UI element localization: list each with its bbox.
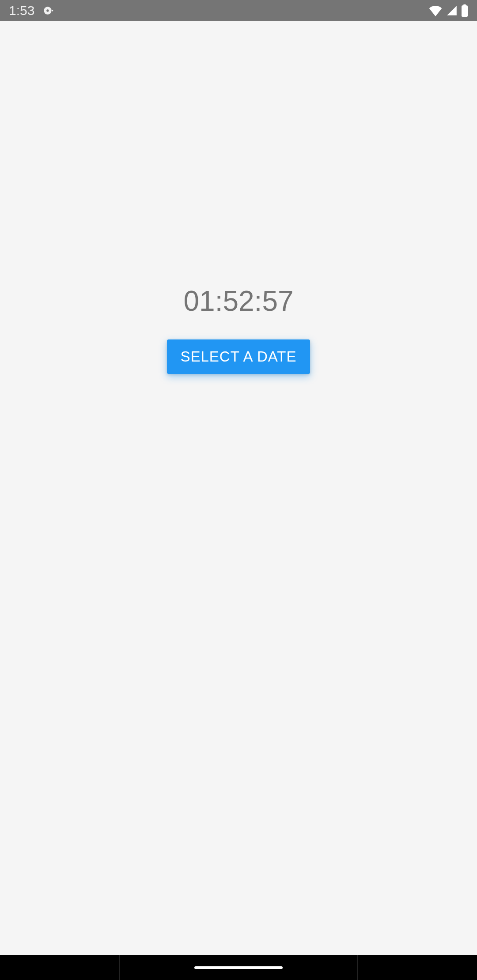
svg-rect-4 [463, 4, 466, 6]
status-left: 1:53 [9, 3, 54, 18]
navigation-bar[interactable] [0, 955, 477, 980]
wifi-icon [428, 5, 443, 16]
svg-rect-3 [462, 5, 468, 17]
status-right [428, 4, 468, 17]
nav-divider [119, 955, 120, 980]
battery-icon [461, 4, 468, 17]
svg-point-2 [52, 10, 53, 11]
status-bar: 1:53 [0, 0, 477, 21]
signal-icon [446, 5, 458, 16]
status-bar-time: 1:53 [9, 3, 34, 18]
select-date-button[interactable]: SELECT A DATE [167, 339, 310, 374]
main-content: 01:52:57 SELECT A DATE [0, 21, 477, 955]
time-display: 01:52:57 [183, 285, 293, 317]
home-indicator[interactable] [194, 966, 283, 969]
svg-point-1 [47, 9, 49, 11]
disc-icon [42, 5, 54, 16]
nav-divider [357, 955, 358, 980]
